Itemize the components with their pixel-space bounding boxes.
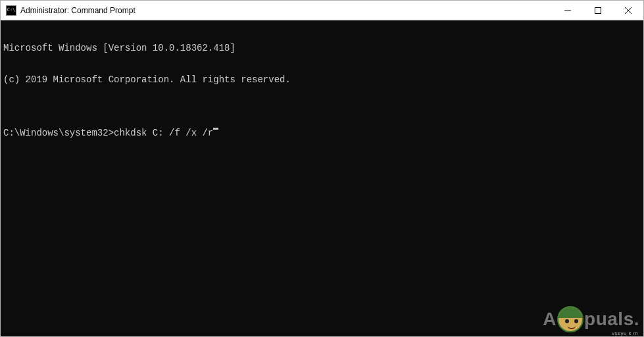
- console-prompt: C:\Windows\system32>: [3, 128, 114, 138]
- watermark-attribution: vssyu k m: [612, 330, 638, 336]
- window-controls: [553, 1, 643, 20]
- cursor-icon: [213, 128, 218, 130]
- window-title: Administrator: Command Prompt: [20, 6, 553, 15]
- titlebar[interactable]: C:\ Administrator: Command Prompt: [1, 1, 643, 20]
- svg-rect-1: [595, 7, 601, 13]
- watermark: A puals.: [543, 306, 639, 332]
- console-output-line: (c) 2019 Microsoft Corporation. All righ…: [3, 74, 641, 85]
- console-input[interactable]: chkdsk C: /f /x /r: [114, 128, 213, 138]
- cmd-icon-label: C:\: [7, 8, 16, 13]
- cmd-icon: C:\: [6, 5, 16, 16]
- watermark-text-left: A: [543, 309, 557, 330]
- app-window: C:\ Administrator: Command Prompt Micros…: [0, 0, 644, 337]
- maximize-button[interactable]: [583, 1, 613, 20]
- watermark-text-right: puals.: [584, 309, 639, 330]
- console-output-line: Microsoft Windows [Version 10.0.18362.41…: [3, 43, 641, 53]
- minimize-button[interactable]: [553, 1, 583, 20]
- maximize-icon: [595, 7, 601, 14]
- console-area[interactable]: Microsoft Windows [Version 10.0.18362.41…: [1, 20, 643, 336]
- close-button[interactable]: [613, 1, 643, 20]
- watermark-face-icon: [557, 306, 583, 332]
- close-icon: [625, 7, 632, 14]
- console-prompt-line: C:\Windows\system32>chkdsk C: /f /x /r: [3, 128, 641, 138]
- minimize-icon: [564, 7, 571, 14]
